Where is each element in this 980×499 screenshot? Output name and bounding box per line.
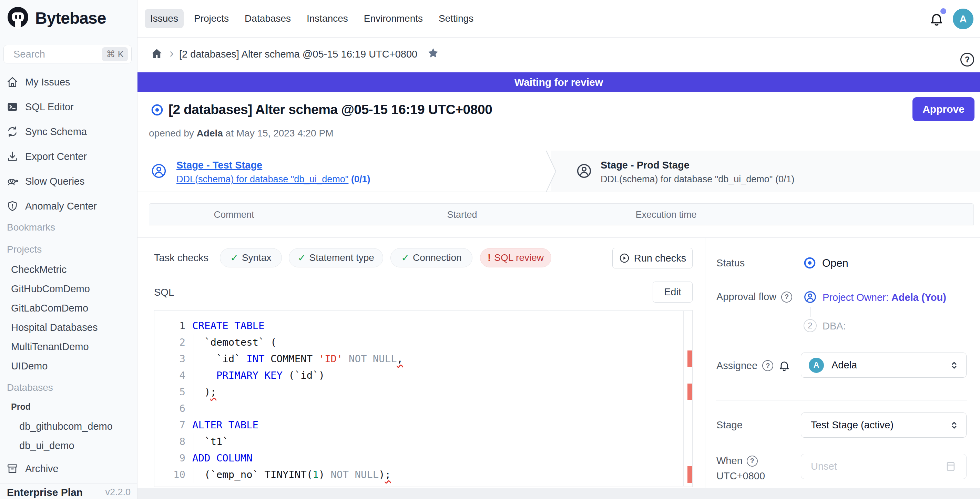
column-comment: Comment bbox=[214, 210, 254, 220]
approve-button[interactable]: Approve bbox=[912, 97, 975, 121]
line-number: 6 bbox=[154, 402, 185, 414]
home-icon[interactable] bbox=[151, 48, 163, 60]
when-datetime-input[interactable] bbox=[801, 454, 967, 479]
stage-card-prod[interactable] bbox=[550, 151, 980, 192]
sql-token: NOT NULL bbox=[349, 353, 397, 365]
home-icon bbox=[6, 76, 18, 88]
banner-text: Waiting for review bbox=[514, 76, 603, 88]
line-number: 5 bbox=[154, 386, 185, 398]
archive-icon bbox=[6, 463, 18, 475]
review-status-banner: Waiting for review bbox=[137, 72, 980, 92]
sidebar-project-checkmetric[interactable]: CheckMetric bbox=[11, 264, 67, 275]
check-chip-sql-review[interactable]: ! SQL review bbox=[480, 248, 551, 267]
sidebar-project-hospital-databases[interactable]: Hospital Databases bbox=[11, 322, 97, 333]
help-icon[interactable]: ? bbox=[781, 292, 792, 303]
bytebase-issue-page: { "colors":{"accent_indigo":"#4f46e5","l… bbox=[0, 0, 980, 499]
check-chip-syntax[interactable]: ✓ Syntax bbox=[220, 248, 282, 267]
stage-prod-title[interactable]: Stage - Prod Stage bbox=[601, 160, 689, 171]
search-input[interactable] bbox=[13, 48, 93, 60]
help-icon[interactable]: ? bbox=[960, 53, 974, 67]
opened-time: May 15, 2023 4:20 PM bbox=[236, 128, 334, 138]
sidebar-environment-prod: Prod bbox=[11, 402, 31, 412]
code-line: 10 (`emp_no` TINYINT(1) NOT NULL); bbox=[154, 466, 692, 483]
sidebar-item-label: Export Center bbox=[25, 151, 87, 162]
panel-divider bbox=[705, 238, 705, 488]
subscribe-bell-icon[interactable] bbox=[778, 359, 791, 372]
approval-step-assignee[interactable]: Adela (You) bbox=[891, 292, 946, 303]
check-pass-icon: ✓ bbox=[298, 252, 305, 264]
stage-test-subtitle[interactable]: DDL(schema) for database "db_ui_demo" (0… bbox=[177, 174, 370, 185]
sidebar-item-sync-schema[interactable]: Sync Schema bbox=[0, 119, 137, 144]
sql-token: 1 bbox=[313, 469, 318, 480]
when-row-label: When ? bbox=[716, 455, 758, 467]
sql-section-label: SQL bbox=[154, 287, 174, 298]
indent-guide bbox=[194, 433, 194, 450]
sql-token: ADD COLUMN bbox=[192, 452, 253, 464]
sidebar-project-uidemo[interactable]: UIDemo bbox=[11, 361, 48, 372]
assignee-avatar: A bbox=[809, 358, 824, 373]
sidebar-item-sql-editor[interactable]: SQL Editor bbox=[0, 94, 137, 119]
assignee-select[interactable]: A Adela bbox=[801, 353, 967, 378]
code-line: 6 bbox=[154, 400, 692, 416]
approval-step-role: Project Owner: bbox=[822, 292, 889, 303]
assignee-value: Adela bbox=[832, 359, 857, 371]
line-number: 3 bbox=[154, 353, 185, 365]
issue-open-icon bbox=[151, 103, 164, 116]
sidebar-project-multitenantdemo[interactable]: MultiTenantDemo bbox=[11, 341, 89, 353]
code-line: 3 `id` INT COMMENT 'ID' NOT NULL, bbox=[154, 350, 692, 367]
opened-by-prefix: opened by bbox=[149, 128, 194, 138]
run-checks-button[interactable]: Run checks bbox=[612, 248, 693, 269]
avatar[interactable]: A bbox=[953, 9, 974, 29]
help-icon[interactable]: ? bbox=[762, 360, 773, 371]
calendar-icon bbox=[945, 461, 956, 472]
check-pass-icon: ✓ bbox=[401, 252, 409, 264]
sql-token: ) bbox=[379, 469, 385, 480]
sidebar-database-db-githubcom-demo[interactable]: db_githubcom_demo bbox=[19, 421, 113, 432]
sidebar-item-anomaly-center[interactable]: Anomaly Center bbox=[0, 194, 137, 218]
sql-token: ) bbox=[192, 386, 210, 398]
sql-token bbox=[192, 369, 216, 381]
when-label: When bbox=[716, 455, 743, 467]
issue-author[interactable]: Adela bbox=[197, 128, 223, 138]
check-chip-connection[interactable]: ✓ Connection bbox=[390, 248, 473, 267]
sidebar-item-archive[interactable]: Archive bbox=[0, 456, 137, 481]
tab-instances[interactable]: Instances bbox=[301, 9, 353, 28]
notification-dot bbox=[940, 8, 946, 14]
tab-databases[interactable]: Databases bbox=[239, 9, 296, 28]
tab-projects[interactable]: Projects bbox=[188, 9, 234, 28]
line-number: 7 bbox=[154, 419, 185, 431]
run-checks-label: Run checks bbox=[634, 253, 686, 264]
brand-logo[interactable]: Bytebase bbox=[5, 5, 106, 30]
stage-select[interactable]: Test Stage (active) bbox=[801, 413, 967, 438]
code-line: 4 PRIMARY KEY (`id`) bbox=[154, 367, 692, 383]
check-chip-label: Connection bbox=[413, 252, 462, 263]
stage-test-task-link[interactable]: DDL(schema) for database "db_ui_demo" bbox=[177, 174, 348, 184]
person-circle-icon bbox=[151, 163, 167, 179]
code-line: 2 `demotest` ( bbox=[154, 334, 692, 350]
turtle-icon bbox=[6, 175, 18, 187]
breadcrumb-title[interactable]: [2 databases] Alter schema @05-15 16:19 … bbox=[179, 49, 417, 60]
at-word: at bbox=[226, 128, 234, 138]
edit-button[interactable]: Edit bbox=[653, 281, 693, 303]
star-icon[interactable] bbox=[427, 47, 439, 59]
tab-environments[interactable]: Environments bbox=[358, 9, 428, 28]
stage-test-title[interactable]: Stage - Test Stage bbox=[177, 160, 262, 171]
brand-name: Bytebase bbox=[35, 9, 106, 27]
column-execution-time: Execution time bbox=[635, 210, 697, 220]
sql-editor[interactable]: 1 CREATE TABLE 2 `demotest` ( 3 `id` INT… bbox=[154, 310, 693, 487]
tab-issues[interactable]: Issues bbox=[145, 9, 184, 28]
top-nav-bar: Issues Projects Databases Instances Envi… bbox=[137, 0, 980, 38]
check-chip-statement-type[interactable]: ✓ Statement type bbox=[289, 248, 383, 267]
stage-prod-subtitle[interactable]: DDL(schema) for database "db_ui_demo" (0… bbox=[601, 174, 794, 185]
sidebar-database-db-ui-demo[interactable]: db_ui_demo bbox=[19, 440, 75, 451]
sidebar-item-my-issues[interactable]: My Issues bbox=[0, 70, 137, 94]
sidebar-project-githubcomdemo[interactable]: GitHubComDemo bbox=[11, 283, 90, 295]
error-marker bbox=[687, 350, 692, 367]
help-icon[interactable]: ? bbox=[747, 456, 758, 467]
line-number: 4 bbox=[154, 369, 185, 381]
sidebar-project-gitlabcomdemo[interactable]: GitLabComDemo bbox=[11, 303, 88, 314]
search-box[interactable]: ⌘ K bbox=[3, 45, 132, 64]
sidebar-item-export-center[interactable]: Export Center bbox=[0, 144, 137, 169]
sidebar-item-slow-queries[interactable]: Slow Queries bbox=[0, 169, 137, 194]
tab-settings[interactable]: Settings bbox=[433, 9, 479, 28]
